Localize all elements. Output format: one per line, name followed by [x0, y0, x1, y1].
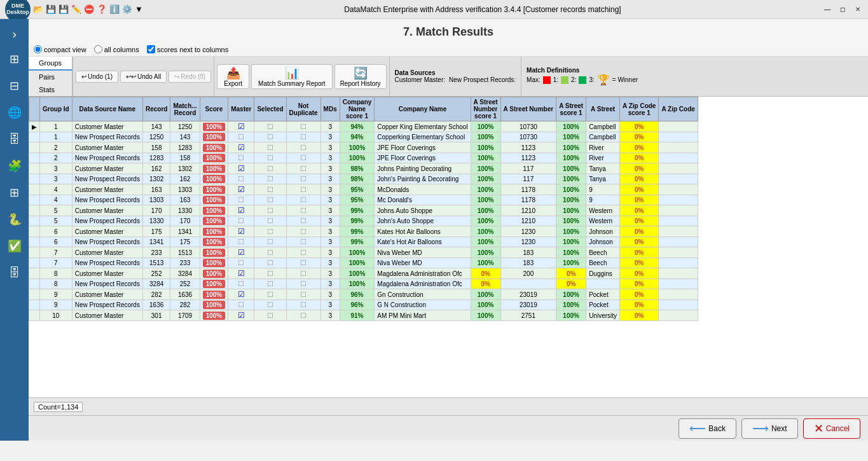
cell-selected[interactable]: ☐ — [254, 268, 286, 279]
table-row[interactable]: 2 New Prospect Records 1283 158 100% ☐ ☐… — [29, 153, 698, 163]
table-row[interactable]: 5 Customer Master 170 1330 100% ☑ ☐ ☐ 3 … — [29, 205, 698, 216]
scores-next-checkbox[interactable] — [147, 45, 155, 53]
minimize-button[interactable]: — — [822, 4, 832, 15]
table-row[interactable]: 3 Customer Master 162 1302 100% ☑ ☐ ☐ 3 … — [29, 163, 698, 174]
cell-selected[interactable]: ☐ — [254, 247, 286, 258]
cell-selected[interactable]: ☐ — [254, 142, 286, 153]
tab-groups[interactable]: Groups — [29, 57, 72, 71]
table-row[interactable]: 6 Customer Master 175 1341 100% ☑ ☐ ☐ 3 … — [29, 226, 698, 237]
all-columns-option[interactable]: all columns — [94, 45, 139, 53]
scores-next-option[interactable]: scores next to columns — [147, 45, 229, 53]
sidebar-icon-table[interactable]: ⊞ — [3, 181, 26, 204]
toolbar-icon-settings[interactable]: ⚙️ — [122, 4, 132, 14]
sidebar-icon-db[interactable]: 🗄 — [3, 128, 26, 151]
cell-master[interactable]: ☐ — [228, 258, 254, 268]
results-table-container[interactable]: Group Id Data Source Name Record Match..… — [29, 97, 868, 397]
table-row[interactable]: 8 New Prospect Records 3284 252 100% ☐ ☐… — [29, 279, 698, 289]
cell-master[interactable]: ☑ — [228, 310, 254, 321]
cell-not-dup[interactable]: ☐ — [286, 184, 320, 195]
cell-master[interactable]: ☐ — [228, 174, 254, 184]
cell-master[interactable]: ☑ — [228, 226, 254, 237]
cell-master[interactable]: ☑ — [228, 205, 254, 216]
toolbar-icon-edit[interactable]: ✏️ — [71, 4, 81, 14]
compact-view-radio[interactable] — [34, 45, 42, 53]
cell-selected[interactable]: ☐ — [254, 300, 286, 310]
close-button[interactable]: ✕ — [853, 4, 863, 15]
cell-selected[interactable]: ☐ — [254, 163, 286, 174]
maximize-button[interactable]: ◻ — [837, 4, 848, 15]
table-row[interactable]: 4 New Prospect Records 1303 163 100% ☐ ☐… — [29, 195, 698, 205]
cell-not-dup[interactable]: ☐ — [286, 268, 320, 279]
cell-not-dup[interactable]: ☐ — [286, 310, 320, 321]
cell-selected[interactable]: ☐ — [254, 310, 286, 321]
table-row[interactable]: ▶ 1 Customer Master 143 1250 100% ☑ ☐ ☐ … — [29, 121, 698, 132]
cell-selected[interactable]: ☐ — [254, 258, 286, 268]
sidebar-icon-home[interactable]: ⊞ — [3, 48, 26, 71]
cell-not-dup[interactable]: ☐ — [286, 216, 320, 226]
cell-not-dup[interactable]: ☐ — [286, 121, 320, 132]
table-row[interactable]: 7 New Prospect Records 1513 233 100% ☐ ☐… — [29, 258, 698, 268]
cell-selected[interactable]: ☐ — [254, 184, 286, 195]
cell-selected[interactable]: ☐ — [254, 205, 286, 216]
cell-selected[interactable]: ☐ — [254, 226, 286, 237]
cell-selected[interactable]: ☐ — [254, 289, 286, 300]
cell-selected[interactable]: ☐ — [254, 132, 286, 142]
cell-master[interactable]: ☐ — [228, 153, 254, 163]
sidebar-icon-check[interactable]: ✅ — [3, 235, 26, 258]
redo-button[interactable]: ↪ Redo (0) — [169, 71, 211, 83]
table-row[interactable]: 3 New Prospect Records 1302 162 100% ☐ ☐… — [29, 174, 698, 184]
cell-selected[interactable]: ☐ — [254, 195, 286, 205]
cell-not-dup[interactable]: ☐ — [286, 195, 320, 205]
toolbar-icon-info[interactable]: ℹ️ — [109, 4, 120, 14]
sidebar-icon-grid[interactable]: ⊟ — [3, 74, 26, 97]
sidebar-expand-icon[interactable]: › — [10, 24, 19, 44]
table-row[interactable]: 8 Customer Master 252 3284 100% ☑ ☐ ☐ 3 … — [29, 268, 698, 279]
toolbar-icon-stop[interactable]: ⛔ — [84, 4, 94, 14]
cell-not-dup[interactable]: ☐ — [286, 142, 320, 153]
table-row[interactable]: 7 Customer Master 233 1513 100% ☑ ☐ ☐ 3 … — [29, 247, 698, 258]
toolbar-icon-save2[interactable]: 💾 — [59, 4, 69, 14]
cell-not-dup[interactable]: ☐ — [286, 258, 320, 268]
next-button[interactable]: ⟶ Next — [741, 418, 798, 439]
cell-master[interactable]: ☑ — [228, 268, 254, 279]
cancel-button[interactable]: ✕ Cancel — [803, 418, 860, 439]
table-row[interactable]: 9 New Prospect Records 1636 282 100% ☐ ☐… — [29, 300, 698, 310]
cell-master[interactable]: ☐ — [228, 300, 254, 310]
cell-master[interactable]: ☐ — [228, 195, 254, 205]
cell-not-dup[interactable]: ☐ — [286, 153, 320, 163]
cell-selected[interactable]: ☐ — [254, 153, 286, 163]
table-row[interactable]: 9 Customer Master 282 1636 100% ☑ ☐ ☐ 3 … — [29, 289, 698, 300]
export-button[interactable]: 📤 Export — [217, 64, 249, 89]
sidebar-icon-python[interactable]: 🐍 — [3, 208, 26, 231]
cell-master[interactable]: ☑ — [228, 289, 254, 300]
cell-not-dup[interactable]: ☐ — [286, 226, 320, 237]
cell-not-dup[interactable]: ☐ — [286, 205, 320, 216]
tab-stats[interactable]: Stats — [29, 83, 72, 96]
table-row[interactable]: 4 Customer Master 163 1303 100% ☑ ☐ ☐ 3 … — [29, 184, 698, 195]
cell-not-dup[interactable]: ☐ — [286, 174, 320, 184]
table-row[interactable]: 1 New Prospect Records 1250 143 100% ☐ ☐… — [29, 132, 698, 142]
table-row[interactable]: 2 Customer Master 158 1283 100% ☑ ☐ ☐ 3 … — [29, 142, 698, 153]
table-row[interactable]: 10 Customer Master 301 1709 100% ☑ ☐ ☐ 3… — [29, 310, 698, 321]
cell-selected[interactable]: ☐ — [254, 174, 286, 184]
tab-pairs[interactable]: Pairs — [29, 71, 72, 83]
cell-master[interactable]: ☐ — [228, 237, 254, 247]
cell-selected[interactable]: ☐ — [254, 237, 286, 247]
undo-button[interactable]: ↩ Undo (1) — [76, 71, 118, 83]
cell-master[interactable]: ☐ — [228, 132, 254, 142]
cell-not-dup[interactable]: ☐ — [286, 163, 320, 174]
cell-master[interactable]: ☑ — [228, 247, 254, 258]
cell-master[interactable]: ☐ — [228, 279, 254, 289]
toolbar-icon-dropdown[interactable]: ▼ — [135, 4, 143, 14]
cell-master[interactable]: ☑ — [228, 163, 254, 174]
sidebar-icon-globe[interactable]: 🌐 — [3, 101, 26, 124]
table-row[interactable]: 6 New Prospect Records 1341 175 100% ☐ ☐… — [29, 237, 698, 247]
sidebar-icon-puzzle[interactable]: 🧩 — [3, 155, 26, 177]
cell-master[interactable]: ☑ — [228, 184, 254, 195]
cell-not-dup[interactable]: ☐ — [286, 132, 320, 142]
cell-master[interactable]: ☑ — [228, 121, 254, 132]
cell-master[interactable]: ☐ — [228, 216, 254, 226]
toolbar-icon-help[interactable]: ❓ — [97, 4, 107, 14]
toolbar-icon-open[interactable]: 📂 — [33, 4, 43, 14]
table-row[interactable]: 5 New Prospect Records 1330 170 100% ☐ ☐… — [29, 216, 698, 226]
